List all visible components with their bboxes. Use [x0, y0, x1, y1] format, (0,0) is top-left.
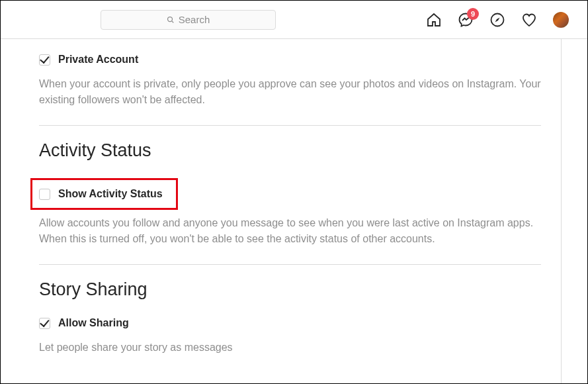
search-input[interactable]: Search — [101, 10, 276, 30]
explore-icon[interactable] — [489, 12, 505, 28]
story-sharing-title: Story Sharing — [39, 279, 541, 300]
allow-sharing-checkbox[interactable] — [39, 318, 50, 329]
search-icon — [167, 16, 175, 24]
allow-sharing-label: Allow Sharing — [58, 317, 129, 329]
header: Search 9 — [1, 1, 587, 39]
private-account-label: Private Account — [58, 54, 138, 66]
section-story-sharing: Story Sharing Allow Sharing Let people s… — [39, 265, 541, 373]
nav-icons: 9 — [426, 12, 574, 28]
messenger-icon[interactable]: 9 — [458, 12, 474, 28]
svg-point-0 — [167, 17, 172, 21]
activity-icon[interactable] — [521, 12, 537, 28]
show-activity-status-checkbox[interactable] — [39, 189, 50, 200]
private-account-checkbox[interactable] — [39, 54, 50, 66]
home-icon[interactable] — [426, 12, 442, 28]
private-account-description: When your account is private, only peopl… — [39, 76, 541, 108]
show-activity-status-label: Show Activity Status — [58, 188, 163, 200]
avatar[interactable] — [553, 12, 569, 28]
svg-line-1 — [171, 21, 173, 23]
activity-status-title: Activity Status — [39, 140, 541, 161]
activity-status-description: Allow accounts you follow and anyone you… — [39, 215, 541, 247]
content-scroll[interactable]: Private Account When your account is pri… — [1, 39, 587, 383]
allow-sharing-row: Allow Sharing — [39, 317, 541, 329]
search-placeholder: Search — [179, 14, 210, 25]
show-activity-status-row: Show Activity Status — [30, 178, 178, 210]
story-sharing-description: Let people share your story as messages — [39, 340, 541, 356]
private-account-row: Private Account — [39, 54, 541, 66]
messenger-badge: 9 — [467, 8, 479, 20]
svg-marker-3 — [495, 17, 500, 22]
content-inner: Private Account When your account is pri… — [39, 39, 562, 383]
section-private-account: Private Account When your account is pri… — [39, 39, 541, 125]
section-activity-status: Activity Status Show Activity Status All… — [39, 126, 541, 264]
